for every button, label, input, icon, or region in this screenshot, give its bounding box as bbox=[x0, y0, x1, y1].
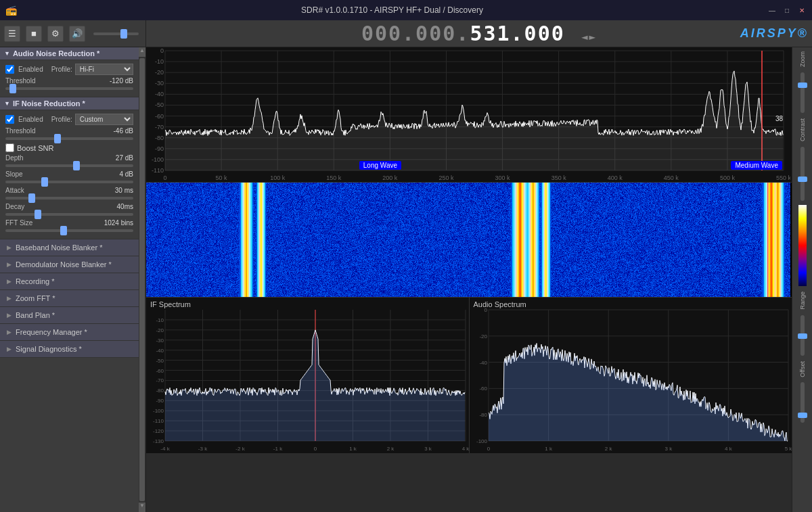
toolbar: ☰ ■ ⚙ 🔊 bbox=[0, 20, 145, 47]
scroll-thumb[interactable] bbox=[139, 58, 145, 501]
anr-threshold-thumb[interactable] bbox=[9, 84, 16, 93]
anr-arrow-icon: ▼ bbox=[4, 50, 10, 57]
left-panel: ☰ ■ ⚙ 🔊 ▼ Audio Noise Reduction * bbox=[0, 20, 146, 512]
zoom-fft-label: Zoom FFT * bbox=[16, 294, 55, 302]
ifnr-threshold-thumb[interactable] bbox=[54, 134, 61, 143]
titlebar: 📻 SDR# v1.0.0.1710 - AIRSPY HF+ Dual / D… bbox=[0, 0, 812, 20]
anr-threshold-slider[interactable] bbox=[5, 87, 133, 90]
attack-slider[interactable] bbox=[5, 197, 133, 200]
recording-item[interactable]: ▶ Recording * bbox=[0, 273, 139, 290]
fft-size-label: FFT Size bbox=[5, 219, 32, 227]
if-spectrum-title: IF Spectrum bbox=[150, 300, 191, 308]
fft-size-thumb[interactable] bbox=[60, 226, 67, 235]
offset-thumb[interactable] bbox=[798, 413, 807, 418]
zoom-thumb[interactable] bbox=[798, 83, 807, 88]
slope-slider[interactable] bbox=[5, 181, 133, 183]
range-thumb[interactable] bbox=[798, 333, 807, 339]
fft-size-slider-row bbox=[5, 229, 133, 232]
volume-thumb[interactable] bbox=[120, 29, 127, 39]
attack-slider-row bbox=[5, 197, 133, 200]
color-scale bbox=[798, 205, 807, 286]
decay-thumb[interactable] bbox=[35, 210, 41, 219]
depth-slider[interactable] bbox=[5, 164, 133, 167]
contrast-slider[interactable] bbox=[800, 147, 805, 201]
left-panel-content: ▼ Audio Noise Reduction * Enabled Profil… bbox=[0, 47, 139, 512]
left-scrollbar[interactable]: ▲ ▼ bbox=[139, 47, 145, 512]
freq-display: 000.000.531.000 ◄► bbox=[361, 22, 597, 45]
main-spectrum: Long Wave Medium Wave 38 bbox=[146, 47, 792, 183]
band-plan-item[interactable]: ▶ Band Plan * bbox=[0, 307, 139, 324]
freq-manager-label: Frequency Manager * bbox=[16, 328, 87, 336]
display-area: Long Wave Medium Wave 38 IF Spectrum bbox=[146, 47, 812, 512]
anr-threshold-value: -120 dB bbox=[110, 77, 133, 85]
scroll-up-button[interactable]: ▲ bbox=[139, 47, 145, 57]
waterfall-canvas bbox=[146, 183, 790, 298]
long-wave-label: Long Wave bbox=[359, 161, 401, 170]
menu-button[interactable]: ☰ bbox=[4, 26, 20, 42]
waterfall-display bbox=[146, 183, 792, 298]
attack-thumb[interactable] bbox=[28, 193, 35, 203]
frequency-manager-item[interactable]: ▶ Frequency Manager * bbox=[0, 324, 139, 341]
audio-icon: 🔊 bbox=[72, 28, 83, 39]
decay-slider-row bbox=[5, 213, 133, 216]
ifnr-threshold-label: Threshold bbox=[5, 127, 35, 135]
freq-prefix: 000.000. bbox=[361, 22, 470, 45]
stop-button[interactable]: ■ bbox=[26, 26, 42, 42]
anr-enabled-label: Enabled bbox=[18, 66, 43, 73]
range-slider[interactable] bbox=[800, 315, 805, 356]
ifnr-profile-select[interactable]: Hi-Fi Voice Custom bbox=[75, 114, 133, 125]
depth-value: 27 dB bbox=[116, 154, 133, 162]
boost-snr-checkbox[interactable] bbox=[5, 143, 14, 152]
slope-value: 4 dB bbox=[119, 170, 133, 178]
anr-enabled-checkbox[interactable] bbox=[5, 65, 14, 74]
slope-label: Slope bbox=[5, 170, 23, 178]
minimize-button[interactable]: — bbox=[767, 5, 777, 15]
scroll-down-button[interactable]: ▼ bbox=[139, 503, 145, 512]
depth-slider-row bbox=[5, 164, 133, 167]
offset-label: Offset bbox=[799, 361, 806, 377]
zoom-fft-item[interactable]: ▶ Zoom FFT * bbox=[0, 290, 139, 307]
contrast-thumb[interactable] bbox=[798, 177, 807, 182]
fft-size-row: FFT Size 1024 bins bbox=[5, 219, 133, 227]
offset-slider[interactable] bbox=[800, 382, 805, 423]
demodulator-arrow-icon: ▶ bbox=[7, 261, 12, 268]
attack-label: Attack bbox=[5, 187, 24, 194]
freq-manager-arrow-icon: ▶ bbox=[7, 329, 12, 335]
depth-thumb[interactable] bbox=[73, 161, 80, 170]
main-layout: ☰ ■ ⚙ 🔊 ▼ Audio Noise Reduction * bbox=[0, 20, 812, 512]
ifnr-enabled-label: Enabled bbox=[18, 116, 43, 123]
volume-slider[interactable] bbox=[93, 32, 139, 35]
settings-button[interactable]: ⚙ bbox=[47, 26, 64, 42]
zoom-fft-arrow-icon: ▶ bbox=[7, 295, 12, 302]
logo-area: AIRSPY ® bbox=[597, 26, 807, 41]
demodulator-noise-blanker-item[interactable]: ▶ Demodulator Noise Blanker * bbox=[0, 256, 139, 273]
attack-row: Attack 30 ms bbox=[5, 187, 133, 194]
freq-main: 531.000 bbox=[470, 22, 564, 45]
close-button[interactable]: ✕ bbox=[797, 5, 807, 15]
decay-row: Decay 40ms bbox=[5, 203, 133, 210]
freq-arrows[interactable]: ◄► bbox=[581, 30, 597, 43]
ifnr-enabled-row: Enabled Profile: Hi-Fi Voice Custom bbox=[5, 114, 133, 125]
signal-diagnostics-item[interactable]: ▶ Signal Diagnostics * bbox=[0, 341, 139, 358]
maximize-button[interactable]: □ bbox=[782, 5, 792, 15]
menu-icon: ☰ bbox=[8, 28, 16, 39]
band-plan-arrow-icon: ▶ bbox=[7, 312, 12, 319]
audio-noise-reduction-header[interactable]: ▼ Audio Noise Reduction * bbox=[0, 47, 139, 60]
number-38: 38 bbox=[775, 115, 783, 122]
anr-profile-label: Profile: bbox=[51, 66, 72, 73]
anr-profile-select[interactable]: Hi-Fi Voice Custom bbox=[75, 64, 133, 75]
decay-slider[interactable] bbox=[5, 213, 133, 216]
if-noise-reduction-header[interactable]: ▼ IF Noise Reduction * bbox=[0, 97, 139, 110]
ifnr-threshold-slider[interactable] bbox=[5, 137, 133, 140]
fft-size-slider[interactable] bbox=[5, 229, 133, 232]
contrast-label: Contrast bbox=[799, 118, 806, 141]
boost-snr-row: Boost SNR bbox=[5, 143, 133, 152]
ifnr-enabled-checkbox[interactable] bbox=[5, 115, 14, 124]
baseband-noise-blanker-item[interactable]: ▶ Baseband Noise Blanker * bbox=[0, 239, 139, 256]
slope-thumb[interactable] bbox=[41, 177, 48, 187]
baseband-label: Baseband Noise Blanker * bbox=[16, 243, 102, 252]
zoom-slider[interactable] bbox=[800, 72, 805, 113]
audio-button[interactable]: 🔊 bbox=[69, 26, 85, 42]
zoom-label: Zoom bbox=[799, 51, 806, 67]
audio-spectrum-panel: Audio Spectrum bbox=[470, 298, 792, 453]
